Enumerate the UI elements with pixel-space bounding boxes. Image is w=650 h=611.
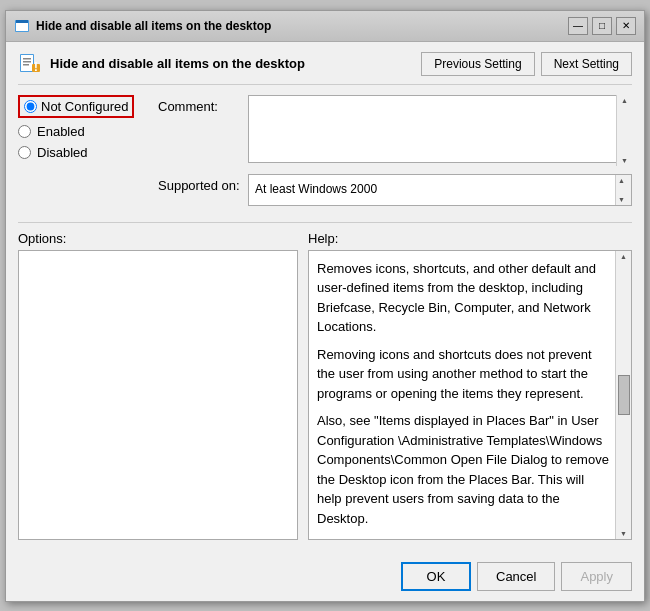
maximize-button[interactable]: □ [592,17,612,35]
ok-button[interactable]: OK [401,562,471,591]
supported-field-wrapper: At least Windows 2000 ▲ ▼ [248,174,632,206]
supported-scroll-up: ▲ [616,175,631,186]
footer: OK Cancel Apply [6,554,644,601]
next-setting-button[interactable]: Next Setting [541,52,632,76]
supported-label: Supported on: [158,174,248,193]
cancel-button[interactable]: Cancel [477,562,555,591]
help-scroll-thumb [618,375,630,415]
dialog-subtitle: Hide and disable all items on the deskto… [50,56,413,71]
help-scroll-down: ▼ [618,528,629,539]
main-area: Not Configured Enabled Disabled [18,95,632,214]
svg-rect-7 [23,64,29,66]
radio-group: Not Configured Enabled Disabled [18,95,148,160]
title-buttons: — □ ✕ [568,17,636,35]
help-label: Help: [308,231,632,246]
svg-rect-5 [23,58,31,60]
section-divider [18,222,632,223]
window-icon [14,18,30,34]
help-scrollbar: ▲ ▼ [615,251,631,539]
window-title: Hide and disable all items on the deskto… [36,19,271,33]
previous-setting-button[interactable]: Previous Setting [421,52,534,76]
supported-scroll-down: ▼ [616,194,631,205]
radio-panel: Not Configured Enabled Disabled [18,95,148,214]
title-bar-left: Hide and disable all items on the deskto… [14,18,271,34]
options-label: Options: [18,231,298,246]
disabled-radio[interactable] [18,146,31,159]
not-configured-box: Not Configured [18,95,134,118]
close-button[interactable]: ✕ [616,17,636,35]
help-scroll-up: ▲ [618,251,629,262]
enabled-label: Enabled [37,124,85,139]
not-configured-radio[interactable] [24,100,37,113]
help-panel: Help: Removes icons, shortcuts, and othe… [308,231,632,540]
main-window: Hide and disable all items on the deskto… [5,10,645,602]
minimize-button[interactable]: — [568,17,588,35]
help-text-content: Removes icons, shortcuts, and other defa… [309,251,631,537]
svg-text:!: ! [34,59,38,74]
top-buttons: Previous Setting Next Setting [421,52,632,76]
policy-icon: ! [18,52,42,76]
comment-textarea[interactable] [248,95,632,163]
supported-value: At least Windows 2000 [249,175,615,203]
options-box [18,250,298,540]
right-panel: Comment: ▲ ▼ Supported on: At least Wind… [158,95,632,214]
bottom-section: Options: Help: Removes icons, shortcuts,… [18,231,632,540]
not-configured-label: Not Configured [41,99,128,114]
disabled-label: Disabled [37,145,88,160]
svg-rect-4 [21,55,33,71]
comment-field-wrapper: ▲ ▼ [248,95,632,166]
comment-row: Comment: ▲ ▼ [158,95,632,166]
svg-rect-1 [16,23,28,31]
help-box: Removes icons, shortcuts, and other defa… [308,250,632,540]
help-paragraph-1: Removes icons, shortcuts, and other defa… [317,259,611,337]
apply-button[interactable]: Apply [561,562,632,591]
subtitle-bar: ! Hide and disable all items on the desk… [18,52,632,85]
supported-row: Supported on: At least Windows 2000 ▲ ▼ [158,174,632,206]
enabled-option[interactable]: Enabled [18,124,148,139]
title-bar: Hide and disable all items on the deskto… [6,11,644,42]
not-configured-option[interactable]: Not Configured [18,95,148,118]
svg-rect-2 [16,20,28,23]
comment-label: Comment: [158,95,248,114]
supported-scrollbar: ▲ ▼ [615,175,631,205]
enabled-radio[interactable] [18,125,31,138]
help-paragraph-2: Removing icons and shortcuts does not pr… [317,345,611,404]
options-panel: Options: [18,231,298,540]
content-area: ! Hide and disable all items on the desk… [6,42,644,550]
help-paragraph-3: Also, see "Items displayed in Places Bar… [317,411,611,528]
disabled-option[interactable]: Disabled [18,145,148,160]
svg-rect-6 [23,61,31,63]
